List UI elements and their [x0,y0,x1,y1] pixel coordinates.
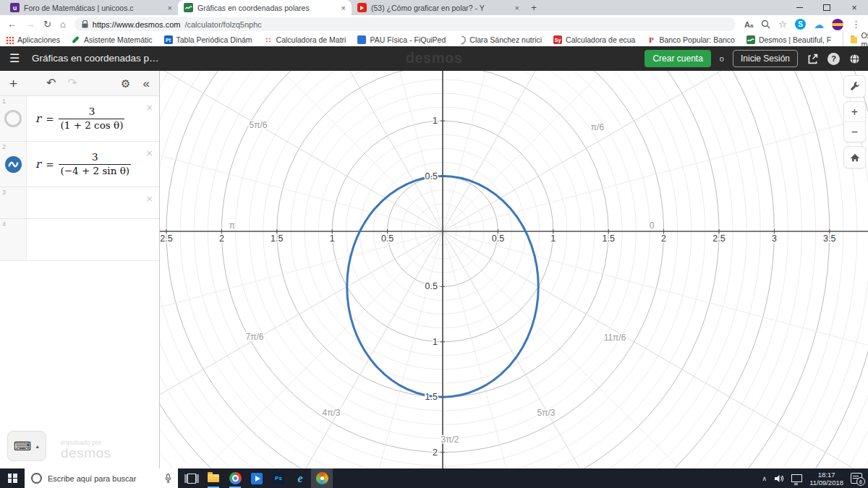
default-view-home-button[interactable] [843,146,866,168]
back-icon[interactable]: ← [7,20,17,29]
tab-close-icon[interactable]: × [341,4,346,12]
taskbar-chrome[interactable] [224,468,246,488]
or-separator: o [720,54,724,63]
create-account-button[interactable]: Crear cuenta [644,50,710,67]
sign-in-button[interactable]: Inicie Sesión [733,50,798,67]
expression-content[interactable]: r=3(−4 + 2 sin θ) [27,142,159,187]
home-view-icon [850,153,860,163]
expression-row-2[interactable]: 2r=3(−4 + 2 sin θ)× [0,142,159,187]
help-icon[interactable]: ? [827,53,840,65]
show-keyboard-button[interactable]: ⌨ ▲ [7,431,46,461]
delete-expression-icon[interactable]: × [146,193,153,204]
taskbar-apps: Pse [181,468,333,488]
polar-gridline-circle [160,71,868,468]
zoom-in-button[interactable]: + [844,102,865,122]
reload-icon[interactable]: ↻ [43,20,51,29]
taskbar-math-app[interactable] [311,468,333,488]
speaker-icon[interactable] [774,474,784,483]
bookmark-item[interactable]: Desmos | Beautiful, F [746,35,831,44]
undo-button[interactable]: ↶ [46,77,56,89]
tab-close-icon[interactable]: × [515,4,519,12]
browser-tab-1[interactable]: uForo de Matemáticas | unicoos.c× [4,0,178,15]
browser-tab-2[interactable]: Gráficas en coordenadas polares× [178,0,352,15]
redo-button[interactable]: ↷ [68,77,77,89]
system-tray: ∧ 18:17 11/09/2018 6 [762,471,868,487]
zoom-lens-icon[interactable] [761,20,770,29]
delete-expression-icon[interactable]: × [146,102,153,113]
window-close-button[interactable]: × [841,0,868,15]
clock-date: 11/09/2018 [809,479,843,487]
graph-paper[interactable]: 2.521.510.50.511.522.533.510.50.511.525π… [160,71,868,468]
expression-row-4[interactable]: 4 [0,219,159,261]
tab-close-icon[interactable]: × [168,4,172,12]
graph-settings-wrench-button[interactable] [843,75,866,98]
banco-popular-icon: P [647,35,655,44]
taskbar-movies-tv[interactable] [246,468,268,488]
desmos-header: desmos ☰ Gráficas en coordenadas p… Crea… [0,46,868,71]
home-icon[interactable]: ⌂ [60,20,66,29]
windows-taskbar: Escribe aquí para buscar Pse ∧ 18:17 11/… [0,468,868,488]
fraction-denominator: (−4 + 2 sin θ) [59,165,131,178]
bookmarks-bar: AplicacionesAsistente MatemáticPtTabla P… [0,33,868,46]
start-button[interactable] [0,468,25,488]
equation-lhs: r [35,158,41,171]
taskbar-photoshop[interactable]: Ps [268,468,289,488]
bookmark-item[interactable]: PtTabla Periódica Dinám [164,35,252,44]
taskbar-task-view[interactable] [181,468,203,488]
url-field[interactable]: https://www.desmos.com/calculator/folzq5… [75,17,736,31]
zoom-out-button[interactable]: − [844,122,865,142]
bookmark-item[interactable]: SyCalculadora de ecua [553,35,635,44]
bookmark-item[interactable]: Asistente Matemátic [72,35,153,44]
tabs-container: uForo de Matemáticas | unicoos.c×Gráfica… [4,0,525,15]
taskbar-internet-explorer[interactable]: e [289,468,311,488]
edit-list-gear-button[interactable]: ⚙ [121,78,130,89]
browser-tab-3[interactable]: (53) ¿Cómo graficar en polar? - Y× [352,0,525,15]
network-icon[interactable] [791,474,802,482]
expression-content[interactable]: r=3(1 + 2 cos θ) [27,96,159,141]
graph-title[interactable]: Gráficas en coordenadas p… [32,53,159,64]
bookmark-item[interactable]: PBanco Popular: Banco [647,35,735,44]
taskbar-file-explorer[interactable] [203,468,224,488]
plot-visibility-toggle-on[interactable] [5,156,22,173]
add-expression-button[interactable]: + [9,77,17,90]
forward-icon[interactable]: → [25,20,35,29]
expression-content[interactable] [27,219,159,260]
translate-icon[interactable]: Aa [744,20,753,29]
internet-explorer-icon: e [297,473,302,484]
collapse-sidebar-button[interactable]: « [143,77,150,90]
bookmark-star-icon[interactable]: ☆ [778,20,787,29]
expression-row-3[interactable]: 3× [0,187,159,219]
expression-content[interactable] [27,187,159,218]
language-globe-icon[interactable] [848,53,861,65]
search-placeholder: Escribe aquí para buscar [48,474,136,483]
bookmark-item[interactable]: PAU Física - FiQuiPed [357,35,446,44]
menu-hamburger-icon[interactable]: ☰ [9,51,20,65]
browser-menu-icon[interactable]: ⋮ [851,20,861,29]
expression-gutter: 2 [0,142,27,187]
share-icon[interactable] [807,53,819,65]
bookmark-label: Clara Sánchez nutrici [469,35,542,44]
taskbar-clock[interactable]: 18:17 11/09/2018 [809,471,843,487]
profile-avatar[interactable] [832,19,843,30]
window-maximize-button[interactable] [813,0,841,15]
file-explorer-icon [208,474,219,482]
y-axis-label: 1.5 [425,392,438,402]
tray-expand-chevron-icon[interactable]: ∧ [762,475,767,482]
new-tab-button[interactable]: + [525,0,542,15]
skype-extension-icon[interactable]: S [795,19,806,30]
plot-visibility-toggle-off[interactable] [4,110,22,127]
polar-grid-canvas[interactable]: 2.521.510.50.511.522.533.510.50.511.525π… [160,71,868,468]
window-minimize-button[interactable] [786,0,813,15]
nutrition-site-icon [457,35,466,44]
bookmark-item[interactable]: ∷Calculadora de Matri [264,35,346,44]
taskbar-search-input[interactable]: Escribe aquí para buscar [25,468,178,488]
expression-row-1[interactable]: 1r=3(1 + 2 cos θ)× [0,96,159,142]
bookmark-item[interactable]: Clara Sánchez nutrici [457,35,542,44]
action-center-icon[interactable]: 6 [851,473,862,484]
cloud-extension-icon[interactable]: ☁ [814,20,824,30]
microphone-icon[interactable] [165,474,171,483]
lock-icon [82,20,88,28]
bookmark-item[interactable]: Aplicaciones [6,35,60,44]
delete-expression-icon[interactable]: × [146,147,153,158]
polar-gridline-circle [160,71,788,468]
